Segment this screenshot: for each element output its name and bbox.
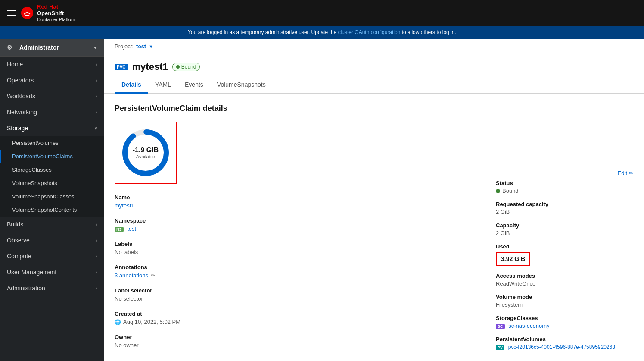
brand-line2: OpenShift [37, 10, 77, 17]
sidebar-subitem-volumesnapshotcontents[interactable]: VolumeSnapshotContents [0, 203, 104, 217]
sidebar-subitem-persistentvolumeclaims[interactable]: PersistentVolumeClaims [0, 150, 104, 163]
hamburger-menu[interactable] [7, 10, 16, 16]
annotations-row: 3 annotations ✏ [115, 272, 479, 279]
details-heading: PersistentVolumeClaim details [115, 104, 634, 113]
bound-dot-icon [176, 65, 180, 69]
sidebar-subitem-volumesnapshots[interactable]: VolumeSnapshots [0, 176, 104, 190]
sidebar-item-workloads[interactable]: Workloads › [0, 88, 104, 104]
sidebar-item-label: Builds [7, 221, 23, 228]
sidebar-item-home[interactable]: Home › [0, 57, 104, 72]
status-row: Bound [496, 188, 634, 194]
tab-events[interactable]: Events [178, 77, 210, 94]
pencil-icon[interactable]: ✏ [151, 273, 155, 279]
status-badge: Bound [172, 63, 200, 71]
chevron-right-icon: › [96, 94, 97, 99]
oauth-link[interactable]: cluster OAuth configuration [338, 29, 401, 35]
field-owner-label: Owner [115, 334, 479, 340]
created-value: Aug 10, 2022, 5:02 PM [123, 319, 180, 325]
field-created-at: Created at 🌐 Aug 10, 2022, 5:02 PM [115, 311, 479, 325]
sidebar-item-administration[interactable]: Administration › [0, 280, 104, 296]
tab-volumesnapshots[interactable]: VolumeSnapshots [210, 77, 273, 94]
right-field-storage-classes: StorageClasses SC sc-nas-economy [496, 315, 634, 329]
chevron-right-icon: › [96, 110, 97, 115]
field-name-value[interactable]: mytest1 [115, 202, 479, 209]
page-title: mytest1 [132, 61, 168, 72]
field-label-selector-label: Label selector [115, 287, 479, 294]
labels-value: No labels [115, 249, 138, 255]
storage-class-link[interactable]: sc-nas-economy [508, 323, 549, 329]
project-dropdown-icon[interactable]: ▼ [149, 44, 153, 49]
chevron-right-icon: › [96, 270, 97, 275]
annotations-link[interactable]: 3 annotations [115, 272, 148, 279]
sidebar-item-builds[interactable]: Builds › [0, 217, 104, 232]
notification-text: You are logged in as a temporary adminis… [188, 29, 338, 35]
tab-yaml[interactable]: YAML [148, 77, 178, 94]
tabs: Details YAML Events VolumeSnapshots [104, 77, 644, 94]
pv-badge: PV [496, 345, 504, 350]
sidebar-item-networking[interactable]: Networking › [0, 104, 104, 120]
globe-icon: 🌐 [115, 319, 121, 325]
right-persistent-volumes-value: PV pvc-f20136c5-4001-4596-887e-475895920… [496, 344, 634, 350]
sidebar-item-compute[interactable]: Compute › [0, 248, 104, 264]
status-dot-icon [496, 189, 500, 193]
sidebar-item-operators[interactable]: Operators › [0, 72, 104, 88]
used-value: 3.92 GiB [501, 255, 525, 262]
right-field-used: Used 3.92 GiB [496, 243, 634, 266]
field-namespace-label: Namespace [115, 217, 479, 224]
right-field-persistent-volumes: PersistentVolumes PV pvc-f20136c5-4001-4… [496, 336, 634, 350]
role-chevron-down-icon: ▼ [93, 45, 97, 50]
sidebar-subitem-storageclasses[interactable]: StorageClasses [0, 163, 104, 176]
sidebar-item-observe[interactable]: Observe › [0, 232, 104, 248]
right-field-requested-capacity: Requested capacity 2 GiB [496, 201, 634, 215]
right-access-modes-label: Access modes [496, 273, 634, 279]
sidebar-subitem-persistentvolumes[interactable]: PersistentVolumes [0, 136, 104, 150]
project-name[interactable]: test [136, 43, 146, 50]
field-annotations-label: Annotations [115, 264, 479, 270]
brand-line1: Red Hat [37, 3, 77, 10]
sidebar-item-storage[interactable]: Storage ∨ [0, 120, 104, 136]
field-annotations: Annotations 3 annotations ✏ [115, 264, 479, 279]
field-name: Name mytest1 [115, 194, 479, 209]
sidebar-item-label: Home [7, 61, 23, 68]
sidebar-item-label: Compute [7, 253, 31, 260]
status-label: Bound [181, 64, 196, 70]
sidebar-item-label: Administration [7, 285, 45, 292]
labels-edit-row: No labels [115, 249, 479, 255]
chevron-down-icon: ∨ [94, 126, 97, 131]
field-label-selector: Label selector No selector [115, 287, 479, 302]
right-storage-classes-value: SC sc-nas-economy [496, 323, 634, 329]
field-owner-value: No owner [115, 342, 479, 348]
field-label-selector-value: No selector [115, 295, 479, 302]
right-access-modes-value: ReadWriteOnce [496, 280, 634, 287]
right-field-status: Status Bound [496, 180, 634, 194]
page-header: PVC mytest1 Bound [104, 54, 644, 72]
edit-label-text: Edit [618, 170, 627, 176]
sidebar-item-label: Observe [7, 237, 30, 244]
right-status-value: Bound [502, 188, 519, 194]
right-field-capacity: Capacity 2 GiB [496, 222, 634, 236]
donut-label: -1.9 GiB Available [133, 146, 159, 159]
right-volume-mode-label: Volume mode [496, 294, 634, 300]
role-selector[interactable]: ⚙ Administrator ▼ [0, 39, 104, 57]
sidebar-item-user-management[interactable]: User Management › [0, 264, 104, 280]
content-area: Project: test ▼ PVC mytest1 Bound Detail… [104, 39, 644, 361]
field-labels: Labels No labels [115, 241, 479, 255]
right-volume-mode-value: Filesystem [496, 301, 634, 308]
namespace-name[interactable]: test [127, 226, 136, 232]
right-status-label: Status [496, 180, 634, 186]
right-capacity-label: Capacity [496, 222, 634, 229]
chevron-right-icon: › [96, 238, 97, 243]
sidebar-subitem-volumesnapshotclasses[interactable]: VolumeSnapshotClasses [0, 190, 104, 203]
ns-badge: NS [115, 227, 124, 232]
right-field-access-modes: Access modes ReadWriteOnce [496, 273, 634, 287]
right-capacity-value: 2 GiB [496, 230, 634, 236]
field-owner: Owner No owner [115, 334, 479, 348]
tab-details[interactable]: Details [115, 77, 148, 94]
project-label: Project: [115, 43, 134, 50]
edit-labels-button[interactable]: Edit ✏ [496, 170, 634, 176]
persistent-volume-link[interactable]: pvc-f20136c5-4001-4596-887e-475895920263 [508, 344, 615, 350]
sidebar-item-label: Operators [7, 77, 34, 84]
field-namespace-value: NS test [115, 226, 479, 232]
sidebar-item-label: Networking [7, 109, 37, 116]
right-storage-classes-label: StorageClasses [496, 315, 634, 321]
